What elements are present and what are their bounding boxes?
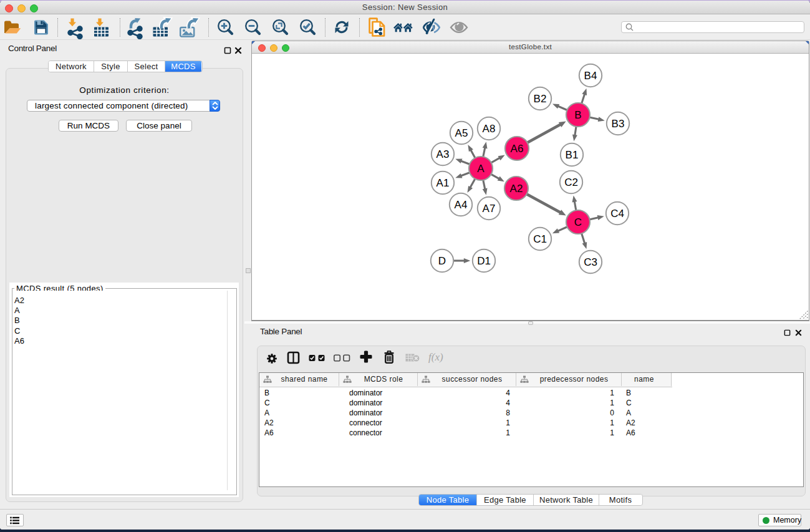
svg-text:A4: A4 xyxy=(455,199,468,211)
svg-text:C4: C4 xyxy=(610,208,624,220)
svg-text:A6: A6 xyxy=(511,143,524,155)
svg-text:C: C xyxy=(574,216,582,228)
svg-text:A3: A3 xyxy=(436,148,450,160)
svg-text:B3: B3 xyxy=(612,118,625,130)
svg-text:A8: A8 xyxy=(483,123,496,135)
svg-text:A1: A1 xyxy=(436,177,450,189)
svg-text:A5: A5 xyxy=(455,127,468,139)
svg-text:B2: B2 xyxy=(534,93,547,105)
svg-text:A2: A2 xyxy=(510,183,523,195)
svg-text:B1: B1 xyxy=(566,149,579,161)
svg-text:C3: C3 xyxy=(584,256,597,268)
svg-text:C1: C1 xyxy=(533,233,547,245)
svg-text:D1: D1 xyxy=(477,255,491,267)
svg-text:B4: B4 xyxy=(584,70,597,82)
svg-text:A: A xyxy=(477,163,485,175)
svg-text:B: B xyxy=(574,109,581,121)
svg-text:A7: A7 xyxy=(483,203,496,215)
svg-text:C2: C2 xyxy=(564,177,578,188)
svg-text:D: D xyxy=(438,255,446,267)
